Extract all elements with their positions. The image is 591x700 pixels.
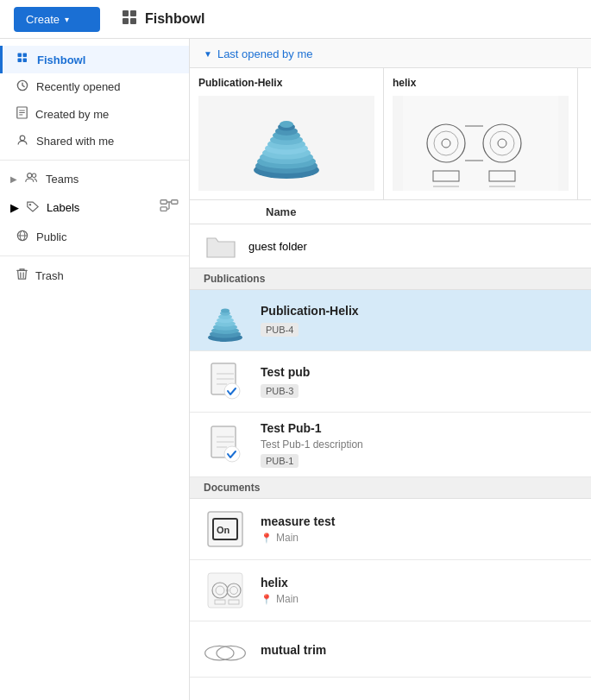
sidebar-trash-label: Trash	[35, 269, 64, 282]
page-title-text: Fishbowl	[145, 11, 204, 27]
sidebar-item-fishbowl[interactable]: Fishbowl	[0, 46, 189, 73]
chevron-down-icon: ▾	[65, 15, 69, 24]
create-label: Create	[26, 13, 60, 26]
thumbnail-pub-helix-title: Publication-Helix	[198, 77, 374, 89]
sidebar-item-created-by-me[interactable]: Created by me	[0, 100, 189, 128]
file-icon	[16, 106, 28, 122]
person-icon	[16, 134, 28, 148]
fishbowl-icon	[16, 52, 29, 67]
sidebar-item-shared-with-me[interactable]: Shared with me	[0, 128, 189, 155]
test-pub-name: Test pub	[261, 365, 577, 379]
svg-rect-6	[18, 59, 22, 63]
fishbowl-grid-icon	[121, 9, 138, 30]
thumbnail-helix-title: helix	[393, 77, 569, 89]
file-row-helix-doc[interactable]: helix 📍 Main	[190, 560, 591, 621]
folder-name: guest folder	[248, 240, 307, 253]
mutual-trim-info: mutual trim	[261, 643, 577, 660]
svg-text:On: On	[217, 525, 230, 535]
test-pub-1-desc: Test Pub-1 description	[261, 438, 577, 451]
test-pub-1-name: Test Pub-1	[261, 421, 577, 435]
documents-label: Documents	[204, 482, 260, 494]
test-pub-badge: PUB-3	[261, 384, 299, 398]
people-icon	[25, 172, 38, 186]
labels-arrow-icon: ▶	[10, 201, 19, 214]
sidebar-item-teams[interactable]: ▶ Teams	[0, 166, 189, 192]
svg-rect-15	[172, 200, 178, 205]
svg-point-11	[28, 173, 32, 178]
svg-point-13	[29, 204, 31, 205]
app-header: Create ▾ Fishbowl	[0, 0, 591, 39]
last-opened-arrow-icon: ▼	[204, 49, 212, 59]
file-row-test-pub[interactable]: Test pub PUB-3	[190, 351, 591, 413]
sidebar-item-public[interactable]: Public	[0, 224, 189, 250]
file-row-test-pub-1[interactable]: Test Pub-1 Test Pub-1 description PUB-1	[190, 413, 591, 477]
main-layout: Fishbowl Recently opened Created by me	[0, 39, 591, 700]
svg-point-30	[280, 121, 293, 128]
sidebar-item-trash[interactable]: Trash	[0, 262, 189, 289]
clock-icon	[16, 79, 28, 94]
mutual-trim-icon-box	[204, 630, 247, 673]
thumbnails-row: Publication-Helix	[190, 68, 591, 200]
helix-doc-location: 📍 Main	[261, 593, 577, 605]
thumbnail-helix-img	[393, 96, 569, 191]
svg-point-68	[217, 646, 245, 660]
last-opened-label: Last opened by me	[217, 47, 313, 60]
sidebar-fishbowl-label: Fishbowl	[37, 54, 85, 66]
sidebar-divider-2	[0, 255, 189, 256]
svg-rect-2	[123, 18, 129, 24]
table-header: Name	[190, 200, 591, 224]
documents-group-header: Documents	[190, 477, 591, 499]
svg-rect-5	[23, 54, 28, 58]
svg-point-56	[224, 446, 240, 462]
content-area: ▼ Last opened by me Publication-Helix	[190, 39, 591, 700]
sidebar-item-recently-opened[interactable]: Recently opened	[0, 73, 189, 100]
file-row-measure-test[interactable]: On measure test 📍 Main	[190, 499, 591, 560]
test-pub-1-icon-box	[204, 423, 247, 466]
file-row-mutual-trim[interactable]: mutual trim	[190, 621, 591, 678]
svg-rect-16	[160, 207, 167, 211]
measure-test-icon-box: On	[204, 508, 247, 551]
helix-doc-name: helix	[261, 576, 577, 590]
publications-group-header: Publications	[190, 268, 591, 290]
labels-left: ▶ Labels	[10, 201, 79, 215]
sidebar-recently-label: Recently opened	[36, 80, 121, 93]
last-opened-header[interactable]: ▼ Last opened by me	[190, 39, 591, 68]
pub-helix-name: Publication-Helix	[261, 304, 577, 318]
helix-doc-info: helix 📍 Main	[261, 576, 577, 605]
measure-test-location-text: Main	[276, 532, 299, 544]
sidebar-created-label: Created by me	[35, 108, 109, 121]
svg-rect-14	[160, 200, 167, 205]
sidebar-item-labels[interactable]: ▶ Labels	[0, 192, 189, 224]
thumbnail-card-helix[interactable]: helix	[384, 68, 578, 199]
sidebar-labels-label: Labels	[47, 201, 79, 214]
pub-helix-info: Publication-Helix PUB-4	[261, 304, 577, 337]
page-title: Fishbowl	[121, 9, 204, 30]
svg-point-12	[32, 173, 36, 178]
svg-rect-1	[130, 10, 136, 16]
folder-row-guest[interactable]: guest folder	[190, 224, 591, 268]
create-button[interactable]: Create ▾	[14, 7, 100, 32]
test-pub-info: Test pub PUB-3	[261, 365, 577, 398]
pub-helix-icon-box	[204, 299, 247, 342]
thumbnail-pub-helix-img	[198, 96, 374, 191]
measure-test-location: 📍 Main	[261, 532, 577, 544]
sidebar-shared-label: Shared with me	[36, 135, 114, 148]
helix-pin-icon: 📍	[261, 594, 273, 605]
svg-point-10	[20, 136, 25, 141]
svg-point-54	[224, 383, 240, 399]
svg-point-52	[221, 309, 229, 313]
sidebar-divider-1	[0, 160, 189, 161]
teams-arrow-icon: ▶	[10, 174, 17, 184]
svg-rect-4	[18, 54, 22, 58]
trash-icon	[16, 268, 28, 283]
sidebar-teams-label: Teams	[46, 173, 79, 186]
file-row-pub-helix[interactable]: Publication-Helix PUB-4	[190, 290, 591, 351]
svg-rect-0	[123, 10, 129, 16]
thumbnail-card-pub-helix[interactable]: Publication-Helix	[190, 68, 384, 199]
labels-action-icon[interactable]	[160, 198, 179, 218]
svg-rect-7	[23, 59, 28, 63]
globe-icon	[16, 230, 28, 244]
helix-doc-icon-box	[204, 569, 247, 612]
test-pub-icon-box	[204, 360, 247, 403]
measure-test-name: measure test	[261, 514, 577, 528]
